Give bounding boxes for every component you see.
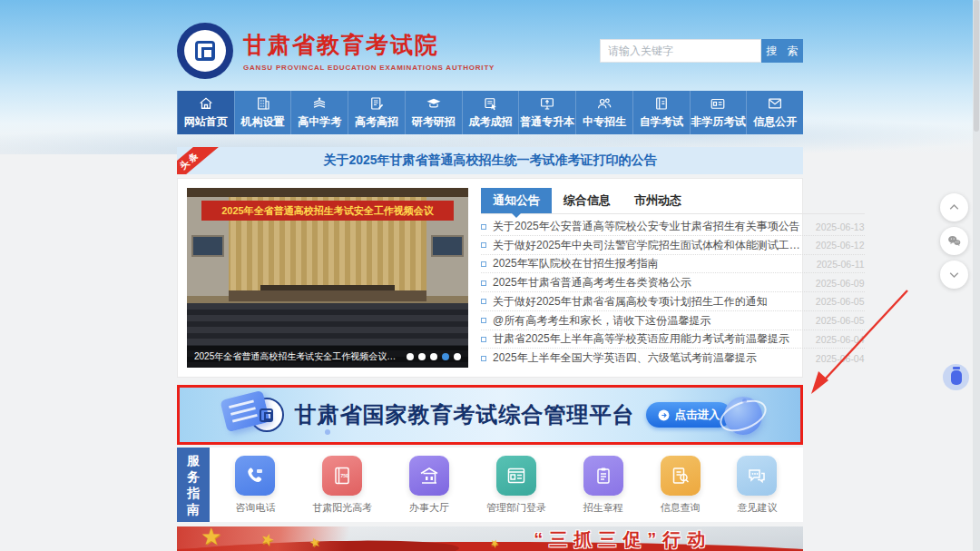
carousel-dot[interactable] [442,353,449,360]
nav-item-idcard[interactable]: 非学历考试 [690,91,747,134]
service-item-phone[interactable]: 咨询电话 [235,456,275,515]
book750-icon: 750 [322,456,362,496]
search-input[interactable] [600,39,761,63]
service-item-hall[interactable]: 办事大厅 [409,456,449,515]
service-item-label: 甘肃阳光高考 [312,501,372,515]
svg-text:750: 750 [341,472,349,477]
notice-title: 2025年上半年全国大学英语四、六级笔试考前温馨提示 [493,350,808,366]
headline-badge: 头条 [177,147,219,174]
service-item-charter[interactable]: 招生章程 [583,456,623,515]
charter-icon [583,456,623,496]
service-item-login[interactable]: 管理部门登录 [486,456,546,515]
nav-item-examdoc[interactable]: 高考高招 [348,91,405,134]
books-icon [311,95,328,112]
notice-item[interactable]: 关于2025年公安普通高等院校公安专业甘肃省招生有关事项公告 2025-06-1… [481,218,865,236]
tab[interactable]: 市州动态 [622,188,693,213]
upgrade-icon [539,95,555,112]
nav-item-grad[interactable]: 研考研招 [405,91,462,134]
notice-item[interactable]: 关于做好2025年中央司法警官学院招生面试体检和体能测试工作的通知 2025-0… [481,237,865,255]
people-icon [596,95,612,112]
service-item-query[interactable]: 信息查询 [661,456,701,515]
notice-item[interactable]: 2025年上半年全国大学英语四、六级笔试考前温馨提示 2025-06-04 [481,349,865,368]
home-icon [198,95,214,112]
site-title: 甘肃省教育考试院 [243,30,495,60]
nav-item-adult[interactable]: 成考成招 [462,91,519,134]
nav-item-home[interactable]: 网站首页 [177,91,234,134]
campaign-banner[interactable]: ★ ★ ★ ★ “三抓三促”行动 [177,526,803,551]
page-content: 甘肃省教育考试院 GANSU PROVINCAL EDUCATION EXAMI… [177,0,803,551]
scroll-down-button[interactable] [940,261,968,289]
mouse-icon [951,370,962,385]
grad-icon [426,95,442,112]
notice-list: 关于2025年公安普通高等院校公安专业甘肃省招生有关事项公告 2025-06-1… [481,214,865,368]
notice-title: 甘肃省2025年上半年高等学校英语应用能力考试考前温馨提示 [493,331,808,347]
carousel-dots [407,353,461,360]
selfbook-icon [653,95,670,112]
carousel-dot[interactable] [407,353,414,360]
service-item-label: 咨询电话 [235,501,275,515]
nav-item-envelope[interactable]: 信息公开 [746,91,803,134]
wechat-icon [946,233,962,249]
search-box: 搜 索 [600,39,803,63]
notice-item[interactable]: 关于做好2025年甘肃省省属高校专项计划招生工作的通知 2025-06-05 [481,293,865,311]
carousel-caption[interactable]: 2025年全省普通高校招生考试安全工作视频会议在兰州召开 [194,350,401,363]
platform-title: 甘肃省国家教育考试综合管理平台 [295,400,635,429]
tab[interactable]: 通知公告 [481,188,552,213]
login-icon [496,456,536,496]
org-icon [255,95,271,112]
site-header: 甘肃省教育考试院 GANSU PROVINCAL EDUCATION EXAMI… [177,0,803,80]
news-carousel[interactable]: 2025年全省普通高校招生考试安全工作视频会议 2025年全省普通高校招生考试安… [187,188,468,368]
notice-item[interactable]: 甘肃省2025年上半年高等学校英语应用能力考试考前温馨提示 2025-06-04 [481,330,865,349]
mouse-scroll-widget[interactable] [943,364,969,390]
nav-item-books[interactable]: 高中学考 [290,91,348,134]
brand: 甘肃省教育考试院 GANSU PROVINCAL EDUCATION EXAMI… [177,23,495,79]
carousel-dot[interactable] [454,353,461,360]
notice-date: 2025-06-04 [816,334,865,345]
notice-date: 2025-06-09 [816,278,865,289]
service-item-label: 信息查询 [661,501,701,515]
platform-banner[interactable]: 甘肃省国家教育考试综合管理平台 点击进入 [180,388,800,442]
notice-date: 2025-06-05 [816,315,865,326]
bullet-square-icon [481,318,486,323]
phone-icon [235,456,275,496]
carousel-caption-bar: 2025年全省普通高校招生考试安全工作视频会议在兰州召开 [187,346,468,368]
enter-platform-button[interactable]: 点击进入 [646,402,731,428]
notice-title: 2025年军队院校在甘招生报考指南 [493,256,809,271]
arrow-circle-icon [657,408,671,422]
star-icon: ★ [201,526,221,551]
notice-item[interactable]: 2025年军队院校在甘招生报考指南 2025-06-11 [481,255,865,273]
carousel-dot[interactable] [418,353,426,360]
search-button[interactable]: 搜 索 [761,39,803,63]
service-item-book750[interactable]: 750 甘肃阳光高考 [312,456,372,515]
scrollbar-thumb[interactable] [974,0,979,132]
service-item-label: 办事大厅 [409,501,449,515]
nav-item-label: 普通专升本 [520,114,574,130]
hall-icon [409,456,449,496]
wechat-button[interactable] [940,227,968,255]
notice-title: 关于2025年公安普通高等院校公安专业甘肃省招生有关事项公告 [493,219,808,234]
notice-title: @所有高考考生和家长，请收下这份温馨提示 [493,313,808,329]
bullet-square-icon [481,299,486,304]
scroll-up-button[interactable] [940,193,968,221]
headline-bar: 头条 关于2025年甘肃省普通高校招生统一考试准考证打印的公告 [177,147,803,174]
scrollbar[interactable] [973,0,980,551]
nav-item-upgrade[interactable]: 普通专升本 [518,91,575,134]
campaign-banner-text: “三抓三促”行动 [534,527,711,551]
tab[interactable]: 综合信息 [552,188,622,213]
notice-item[interactable]: @所有高考考生和家长，请收下这份温馨提示 2025-06-05 [481,312,865,330]
feedback-icon [737,456,777,496]
carousel-dot[interactable] [430,353,437,360]
nav-item-selfbook[interactable]: 自学考试 [632,91,690,134]
nav-item-label: 非学历考试 [691,114,745,130]
service-guide: 服务指南 咨询电话 750 甘肃阳光高考 办事大厅 [177,448,803,522]
notice-title: 关于做好2025年中央司法警官学院招生面试体检和体能测试工作的通知 [493,238,808,253]
notice-item[interactable]: 2025年甘肃省普通高考考生各类资格公示 2025-06-09 [481,274,865,292]
nav-item-label: 自学考试 [640,114,683,130]
notice-date: 2025-06-12 [816,240,865,251]
bullet-square-icon [481,280,486,286]
nav-item-org[interactable]: 机构设置 [234,91,291,134]
nav-item-people[interactable]: 中专招生 [575,91,632,134]
nav-item-label: 成考成招 [469,114,513,130]
headline-link[interactable]: 关于2025年甘肃省普通高校招生统一考试准考证打印的公告 [323,153,656,169]
service-item-feedback[interactable]: 意见建议 [737,456,777,515]
